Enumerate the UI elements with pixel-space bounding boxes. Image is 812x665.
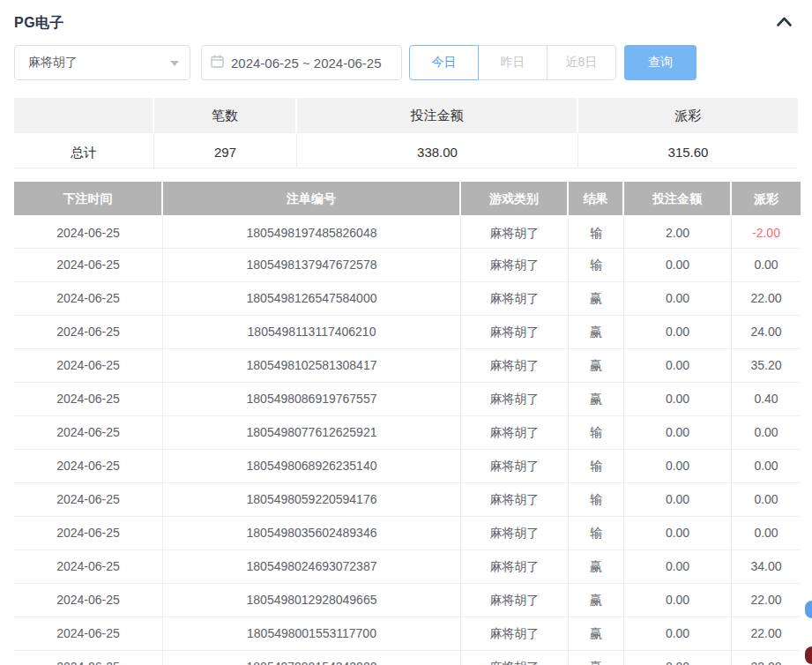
bet-id-cell: 1805498102581308417 xyxy=(163,349,461,383)
game-cell: 麻将胡了 xyxy=(461,349,569,383)
bet-id-cell: 1805498137947672578 xyxy=(163,249,461,282)
game-cell: 麻将胡了 xyxy=(461,517,569,550)
result-cell: 赢 xyxy=(569,383,624,416)
bet-id-cell: 1805498113117406210 xyxy=(163,316,461,349)
search-button[interactable]: 查询 xyxy=(624,45,697,80)
result-cell: 赢 xyxy=(569,617,624,651)
bet-amount-cell: 0.00 xyxy=(624,383,732,416)
bet-id-cell: 1805498126547584000 xyxy=(163,282,461,316)
summary-header-row: 笔数投注金额派彩 xyxy=(14,98,798,133)
payout-cell: 0.00 xyxy=(732,517,801,550)
bet-id-cell: 1805498086919767557 xyxy=(163,383,461,416)
table-row: 2024-06-251805498126547584000麻将胡了赢0.0022… xyxy=(14,282,801,316)
bet-id-cell: 1805498001553117700 xyxy=(163,617,461,651)
bet-time-cell: 2024-06-25 xyxy=(14,349,163,383)
bet-id-cell: 1805498197485826048 xyxy=(163,215,461,249)
date-range-input[interactable]: 2024-06-25 ~ 2024-06-25 xyxy=(201,45,402,80)
payout-cell: 0.00 xyxy=(732,416,801,450)
payout-cell: 24.00 xyxy=(732,316,801,349)
table-row: 2024-06-251805498068926235140麻将胡了输0.000.… xyxy=(14,450,801,483)
bet-id-cell: 1805497990154342000 xyxy=(163,651,461,665)
bet-amount-cell: 0.00 xyxy=(624,483,732,517)
quick-filter-today[interactable]: 今日 xyxy=(409,45,479,80)
bet-amount-cell: 0.00 xyxy=(624,249,732,282)
pg-panel: PG电子 麻将胡了 2024-06-25 ~ 2024-0 xyxy=(0,0,812,665)
result-cell: 输 xyxy=(569,416,624,450)
game-select[interactable]: 麻将胡了 xyxy=(14,45,190,80)
result-cell: 输 xyxy=(569,215,624,249)
quick-filter-yesterday[interactable]: 昨日 xyxy=(478,45,548,80)
quick-filter-group: 今日 昨日 近8日 xyxy=(409,45,616,80)
game-cell: 麻将胡了 xyxy=(461,282,569,316)
bet-amount-cell: 0.00 xyxy=(624,349,732,383)
bet-amount-cell: 0.00 xyxy=(624,282,732,316)
summary-cell: 297 xyxy=(154,133,297,168)
table-header-cell: 注单编号 xyxy=(163,182,461,215)
collapse-button[interactable] xyxy=(774,14,794,32)
bet-time-cell: 2024-06-25 xyxy=(14,249,163,282)
bet-id-cell: 1805498077612625921 xyxy=(163,416,461,450)
bet-time-cell: 2024-06-25 xyxy=(14,651,163,665)
game-cell: 麻将胡了 xyxy=(461,550,569,584)
game-cell: 麻将胡了 xyxy=(461,416,569,450)
summary-header-cell: 笔数 xyxy=(154,98,297,133)
table-row: 2024-06-251805498012928049665麻将胡了赢0.0022… xyxy=(14,584,801,617)
table-row: 2024-06-251805498077612625921麻将胡了输0.000.… xyxy=(14,416,801,450)
summary-total-row: 总计297338.00315.60 xyxy=(14,133,798,168)
table-row: 2024-06-251805498113117406210麻将胡了赢0.0024… xyxy=(14,316,801,349)
payout-cell: 35.20 xyxy=(732,349,801,383)
result-cell: 赢 xyxy=(569,349,624,383)
filter-bar: 麻将胡了 2024-06-25 ~ 2024-06-25 今日 昨日 近8日 查… xyxy=(14,45,798,80)
result-cell: 输 xyxy=(569,483,624,517)
game-cell: 麻将胡了 xyxy=(461,450,569,483)
result-cell: 输 xyxy=(569,517,624,550)
bet-amount-cell: 0.00 xyxy=(624,416,732,450)
right-edge-widget-top[interactable] xyxy=(805,601,812,618)
payout-cell: -2.00 xyxy=(732,215,801,249)
bet-records-table: 下注时间注单编号游戏类别结果投注金额派彩 2024-06-25180549819… xyxy=(14,182,801,665)
table-row: 2024-06-251805498035602489346麻将胡了输0.000.… xyxy=(14,517,801,550)
table-row: 2024-06-251805498197485826048麻将胡了输2.00-2… xyxy=(14,215,801,249)
table-row: 2024-06-251805498086919767557麻将胡了赢0.000.… xyxy=(14,383,801,416)
summary-cell: 338.00 xyxy=(297,133,578,168)
panel-header: PG电子 xyxy=(14,0,798,34)
game-select-value: 麻将胡了 xyxy=(28,55,78,71)
bet-amount-cell: 0.00 xyxy=(624,550,732,584)
payout-cell: 0.00 xyxy=(732,249,801,282)
payout-cell: 22.00 xyxy=(732,651,801,665)
result-cell: 赢 xyxy=(569,584,624,617)
game-cell: 麻将胡了 xyxy=(461,584,569,617)
bet-time-cell: 2024-06-25 xyxy=(14,517,163,550)
payout-cell: 22.00 xyxy=(732,584,801,617)
right-edge-widget-bottom[interactable] xyxy=(805,646,812,664)
summary-table: 笔数投注金额派彩 总计297338.00315.60 xyxy=(14,98,798,168)
bet-time-cell: 2024-06-25 xyxy=(14,282,163,316)
bet-id-cell: 1805498024693072387 xyxy=(163,550,461,584)
caret-down-icon xyxy=(170,61,179,66)
table-header-cell: 下注时间 xyxy=(14,182,163,215)
game-cell: 麻将胡了 xyxy=(461,249,569,282)
summary-cell: 315.60 xyxy=(578,133,798,168)
summary-cell: 总计 xyxy=(14,133,154,168)
result-cell: 输 xyxy=(569,450,624,483)
game-cell: 麻将胡了 xyxy=(461,383,569,416)
table-header-cell: 派彩 xyxy=(732,182,801,215)
panel-title: PG电子 xyxy=(14,14,64,33)
bet-amount-cell: 0.00 xyxy=(624,651,732,665)
game-cell: 麻将胡了 xyxy=(461,617,569,651)
bet-amount-cell: 0.00 xyxy=(624,450,732,483)
payout-cell: 22.00 xyxy=(732,617,801,651)
table-row: 2024-06-251805498137947672578麻将胡了输0.000.… xyxy=(14,249,801,282)
quick-filter-last8days[interactable]: 近8日 xyxy=(547,45,616,80)
table-header-cell: 游戏类别 xyxy=(461,182,569,215)
bet-amount-cell: 0.00 xyxy=(624,584,732,617)
summary-header-cell: 派彩 xyxy=(578,98,798,133)
bet-time-cell: 2024-06-25 xyxy=(14,550,163,584)
bet-time-cell: 2024-06-25 xyxy=(14,450,163,483)
result-cell: 赢 xyxy=(569,316,624,349)
bet-time-cell: 2024-06-25 xyxy=(14,416,163,450)
result-cell: 赢 xyxy=(569,550,624,584)
bet-id-cell: 1805498068926235140 xyxy=(163,450,461,483)
bet-time-cell: 2024-06-25 xyxy=(14,215,163,249)
table-body: 2024-06-251805498197485826048麻将胡了输2.00-2… xyxy=(14,215,801,665)
